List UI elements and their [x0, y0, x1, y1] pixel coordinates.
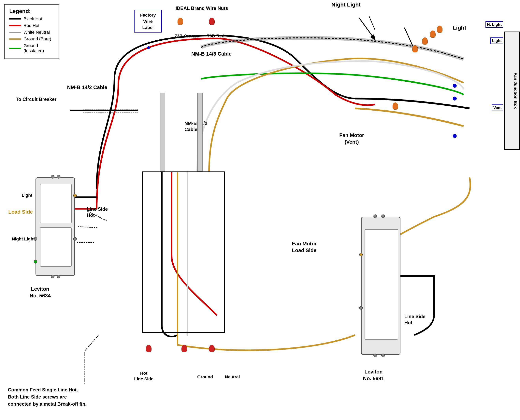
wire-nut-orange-fan-5: [393, 103, 398, 110]
right-switch-terminal-bot: [359, 306, 363, 310]
night-light-arrow: [367, 16, 379, 31]
legend-title: Legend:: [9, 8, 54, 14]
label-common-feed: Common Feed Single Line Hot. Both Line S…: [8, 386, 87, 408]
right-switch-paddle[interactable]: [365, 229, 398, 340]
cable-pipe-left: [160, 93, 165, 172]
legend-item-green: Ground (Insulated): [9, 43, 54, 53]
label-box-light: Light: [490, 38, 503, 44]
right-switch-terminal-top: [359, 253, 363, 256]
wire-nut-red-bottom-1: [146, 345, 152, 352]
label-box-n-light: N. Light: [485, 21, 503, 28]
black-line-icon: [9, 18, 21, 20]
left-switch-ground-screw: [34, 260, 37, 263]
legend-label-red: Red Hot: [23, 23, 39, 28]
dot-fan-2: [453, 97, 457, 100]
left-switch-paddle-nightlight[interactable]: [40, 227, 72, 267]
svg-line-10: [85, 335, 99, 351]
left-switch-body: [36, 177, 75, 276]
label-ground-bottom: Ground: [197, 375, 213, 380]
legend-item-red: Red Hot: [9, 23, 54, 28]
ideal-brand-label: IDEAL Brand Wire Nuts: [176, 6, 228, 11]
label-leviton-5634: Leviton No. 5634: [30, 286, 51, 299]
left-switch-terminal-light: [73, 194, 77, 197]
factory-wire-label-box: Factory Wire Label: [134, 10, 162, 32]
left-switch-terminal-nightlight: [73, 237, 77, 241]
svg-line-5: [78, 227, 97, 228]
right-switch-screw-top: [374, 214, 377, 218]
left-switch-screw-top: [51, 175, 54, 179]
legend-item-white: White Neutral: [9, 30, 54, 35]
green-line-icon: [9, 48, 21, 49]
diagram-container: Legend: Black Hot Red Hot White Neutral …: [0, 0, 520, 420]
tan-line-icon: [9, 38, 21, 40]
red-line-icon: [9, 25, 21, 26]
right-switch-body: [361, 217, 400, 355]
wire-nut-orange-fan-2: [422, 38, 428, 45]
label-light-left: Light: [22, 193, 32, 198]
wire-diagram: [0, 0, 520, 420]
dot-fan-1: [453, 84, 457, 88]
dot-fan-3: [453, 134, 457, 138]
label-fan-motor-vent: Fan Motor (Vent): [339, 132, 364, 145]
left-switch-screw-top2: [57, 175, 60, 179]
white-line-icon: [9, 32, 21, 33]
wire-nut-red-1: [209, 18, 215, 25]
fan-junction-box: Fan Junction Box: [504, 31, 520, 150]
factory-label-dot: [147, 46, 150, 49]
left-switch-screw-bot: [51, 275, 54, 278]
label-line-side-hot-right: Line Side Hot: [404, 313, 426, 326]
wall-junction-box: [142, 172, 225, 333]
left-switch-paddle-light[interactable]: [40, 184, 72, 223]
label-night-light-left: Night Light: [12, 237, 35, 242]
label-load-side: Load Side: [8, 209, 33, 215]
right-switch-screw-top2: [381, 214, 385, 218]
label-fan-motor-load-side: Fan Motor Load Side: [292, 240, 317, 254]
legend-label-tan: Ground (Bare): [23, 37, 51, 42]
label-leviton-5691: Leviton No. 5691: [363, 368, 384, 382]
legend-box: Legend: Black Hot Red Hot White Neutral …: [4, 4, 59, 59]
legend-label-white: White Neutral: [23, 30, 50, 35]
label-light-top: Light: [453, 25, 466, 31]
cable-pipe-right: [197, 93, 203, 172]
label-76b-red: 76B Red: [207, 33, 224, 39]
right-switch-screw-bot2: [381, 353, 385, 357]
legend-item-black: Black Hot: [9, 16, 54, 22]
legend-label-black: Black Hot: [23, 16, 42, 22]
wire-nut-orange-fan-3: [430, 30, 436, 38]
left-switch-screw-bot2: [57, 275, 60, 278]
wire-nut-orange-fan-4: [437, 26, 443, 33]
legend-item-tan: Ground (Bare): [9, 37, 54, 42]
label-to-circuit-breaker: To Circuit Breaker: [16, 97, 56, 102]
svg-line-11: [369, 16, 375, 30]
label-box-vent: Vent: [492, 105, 503, 111]
wire-nut-red-bottom-3: [209, 345, 215, 352]
label-line-side-hot-left: Line Side Hot: [87, 206, 108, 218]
label-nmb-142-top: NM-B 14/2 Cable: [67, 84, 107, 90]
label-neutral-bottom: Neutral: [225, 375, 240, 380]
label-nmb-143: NM-B 14/3 Cable: [191, 51, 232, 57]
wire-nut-red-bottom-2: [182, 345, 187, 352]
factory-wire-label-text: Factory Wire Label: [140, 13, 156, 30]
label-nmb-142-mid: NM-B 14/2 Cable: [184, 120, 207, 132]
legend-label-green: Ground (Insulated): [23, 43, 54, 53]
wire-nut-orange-1: [177, 18, 183, 25]
right-switch-screw-bot: [374, 353, 377, 357]
label-hot-line-side: Hot Line Side: [134, 371, 153, 382]
wire-nut-orange-fan-1: [412, 45, 418, 52]
label-night-light-top: Night Light: [331, 2, 361, 8]
label-73b-orange: 73B Orange: [175, 33, 199, 39]
